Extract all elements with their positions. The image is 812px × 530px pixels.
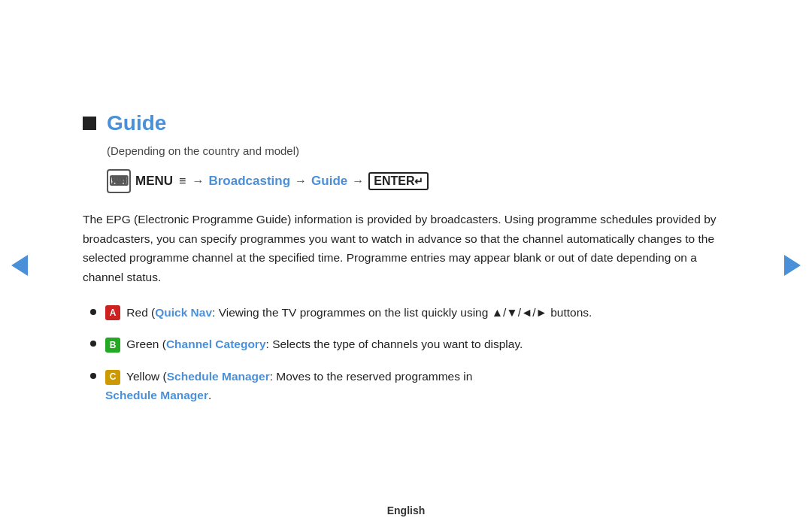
right-arrow-icon — [784, 255, 801, 276]
green-label: Green ( — [126, 338, 166, 350]
title-square-icon — [83, 117, 96, 130]
title-row: Guide — [83, 111, 729, 135]
menu-label: MENU — [135, 174, 173, 189]
guide-link[interactable]: Guide — [311, 174, 347, 189]
menu-icon: ⌨ — [107, 169, 131, 193]
page-container: Guide (Depending on the country and mode… — [0, 0, 812, 530]
menu-path: ⌨ MENU ≡ → Broadcasting → Guide → ENTER↵ — [107, 169, 729, 193]
list-item: A Red (Quick Nav: Viewing the TV program… — [90, 304, 729, 323]
bullet-content: A Red (Quick Nav: Viewing the TV program… — [105, 304, 729, 323]
feature-list: A Red (Quick Nav: Viewing the TV program… — [90, 304, 729, 405]
bullet-content: B Green (Channel Category: Selects the t… — [105, 335, 729, 354]
yellow-badge: C — [105, 370, 120, 385]
red-badge: A — [105, 305, 120, 320]
description-text: The EPG (Electronic Programme Guide) inf… — [83, 210, 729, 286]
enter-button: ENTER↵ — [368, 172, 429, 190]
red-text: : Viewing the TV programmes on the list … — [212, 306, 592, 319]
bullet-dot — [90, 341, 96, 347]
yellow-label: Yellow ( — [126, 370, 167, 383]
list-item: B Green (Channel Category: Selects the t… — [90, 335, 729, 354]
menu-arrow-2: → — [295, 174, 307, 188]
bullet-dot — [90, 373, 96, 379]
next-page-button[interactable] — [782, 255, 803, 276]
broadcasting-link[interactable]: Broadcasting — [208, 174, 290, 189]
main-content: Guide (Depending on the country and mode… — [83, 89, 729, 441]
red-label: Red ( — [126, 306, 155, 319]
enter-label: ENTER — [374, 174, 414, 188]
left-arrow-icon — [11, 255, 28, 276]
quick-nav-link[interactable]: Quick Nav — [155, 306, 212, 319]
subtitle: (Depending on the country and model) — [107, 144, 729, 157]
list-item: C Yellow (Schedule Manager: Moves to the… — [90, 368, 729, 405]
page-title: Guide — [107, 111, 166, 135]
schedule-manager-link-1[interactable]: Schedule Manager — [167, 370, 270, 383]
footer-language: English — [387, 504, 426, 516]
bullet-dot — [90, 309, 96, 315]
schedule-manager-link-2[interactable]: Schedule Manager — [105, 389, 208, 401]
green-text: : Selects the type of channels you want … — [266, 338, 523, 350]
yellow-text: : Moves to the reserved programmes in — [270, 370, 473, 383]
bullet-content: C Yellow (Schedule Manager: Moves to the… — [105, 368, 729, 405]
menu-arrow-3: → — [352, 174, 364, 188]
channel-category-link[interactable]: Channel Category — [166, 338, 266, 350]
green-badge: B — [105, 338, 120, 353]
menu-arrow-1: → — [192, 174, 204, 188]
prev-page-button[interactable] — [9, 255, 30, 276]
yellow-text2: . — [208, 389, 211, 401]
